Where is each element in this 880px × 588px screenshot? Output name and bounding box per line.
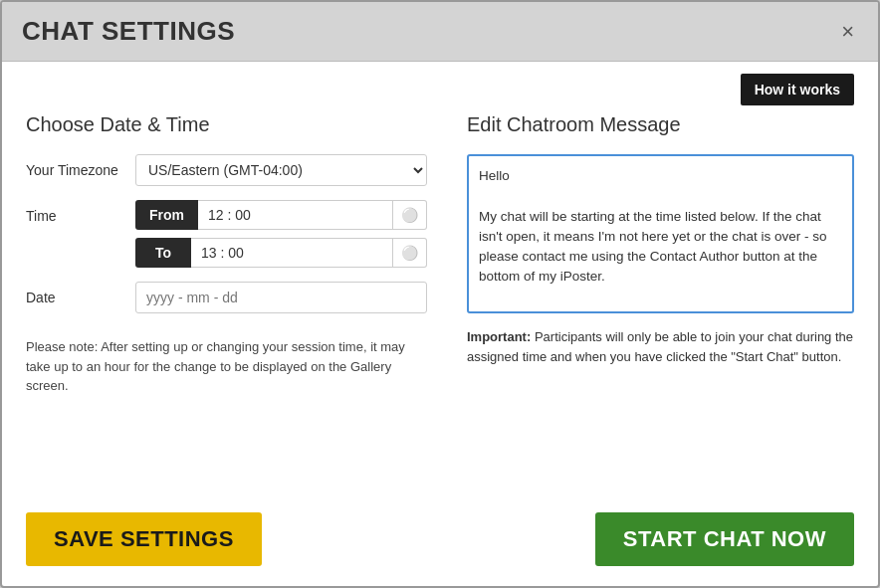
time-label: Time [26,200,135,224]
modal-header: CHAT SETTINGS × [2,2,878,62]
content-row: Choose Date & Time Your Timezone US/East… [26,113,854,492]
note-text: Please note: After setting up or changin… [26,337,427,396]
modal-title: CHAT SETTINGS [22,16,235,47]
close-button[interactable]: × [837,21,858,43]
important-text: Important: Participants will only be abl… [467,327,854,367]
from-label: From [135,200,198,230]
save-settings-button[interactable]: SAVE SETTINGS [26,512,262,566]
date-row: Date [26,282,427,313]
to-time-clear[interactable]: ⚪ [393,238,427,268]
left-section-title: Choose Date & Time [26,113,427,136]
time-group: From ⚪ To ⚪ [135,200,427,268]
footer-row: SAVE SETTINGS START CHAT NOW [26,492,854,566]
timezone-select[interactable]: US/Eastern (GMT-04:00) [135,154,427,186]
to-time-row: To ⚪ [135,238,427,268]
chat-settings-modal: CHAT SETTINGS × How it works Choose Date… [0,0,880,588]
timezone-label: Your Timezone [26,162,135,178]
to-label: To [135,238,191,268]
start-chat-button[interactable]: START CHAT NOW [595,512,854,566]
how-it-works-button[interactable]: How it works [741,74,854,105]
right-panel: Edit Chatroom Message Hello My chat will… [467,113,854,492]
right-section-title: Edit Chatroom Message [467,113,854,136]
time-row: Time From ⚪ To ⚪ [26,200,427,268]
from-time-input[interactable] [198,200,393,230]
date-label: Date [26,290,135,305]
important-bold: Important: [467,329,531,344]
to-time-input[interactable] [191,238,393,268]
from-time-row: From ⚪ [135,200,427,230]
left-panel: Choose Date & Time Your Timezone US/East… [26,113,427,492]
chatroom-message-textarea[interactable]: Hello My chat will be starting at the ti… [467,154,854,313]
date-input[interactable] [135,282,427,313]
top-right-area: How it works [26,62,854,113]
modal-body: How it works Choose Date & Time Your Tim… [2,62,878,586]
timezone-row: Your Timezone US/Eastern (GMT-04:00) [26,154,427,186]
from-time-clear[interactable]: ⚪ [393,200,427,230]
